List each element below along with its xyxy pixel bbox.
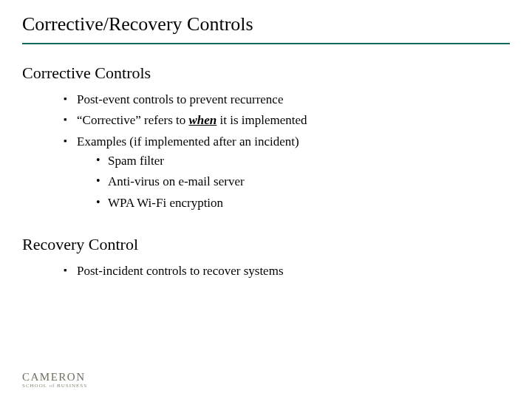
text-fragment: “Corrective” refers to — [77, 113, 189, 127]
list-item: Examples (if implemented after an incide… — [64, 132, 510, 213]
bullet-list-recovery: Post-incident controls to recover system… — [22, 262, 510, 281]
school-logo: CAMERON SCHOOL of BUSINESS — [22, 372, 87, 389]
list-item: Spam filter — [96, 151, 510, 171]
logo-line1: CAMERON — [22, 372, 87, 383]
list-item: Post-event controls to prevent recurrenc… — [64, 90, 510, 109]
section-heading-corrective: Corrective Controls — [22, 64, 510, 83]
sub-bullet-list: Spam filter Anti-virus on e-mail server … — [77, 151, 510, 213]
section-heading-recovery: Recovery Control — [22, 235, 510, 254]
slide-title: Corrective/Recovery Controls — [22, 13, 510, 35]
list-item: “Corrective” refers to when it is implem… — [64, 111, 510, 130]
bullet-list-corrective: Post-event controls to prevent recurrenc… — [22, 90, 510, 213]
title-divider — [22, 43, 510, 44]
list-item: WPA Wi-Fi encryption — [96, 194, 510, 213]
text-fragment: it is implemented — [216, 113, 307, 127]
logo-line2: SCHOOL of BUSINESS — [22, 383, 87, 389]
list-item: Anti-virus on e-mail server — [96, 172, 510, 191]
text-fragment: Examples (if implemented after an incide… — [77, 134, 299, 149]
emphasized-word: when — [189, 113, 217, 127]
list-item: Post-incident controls to recover system… — [64, 262, 510, 281]
